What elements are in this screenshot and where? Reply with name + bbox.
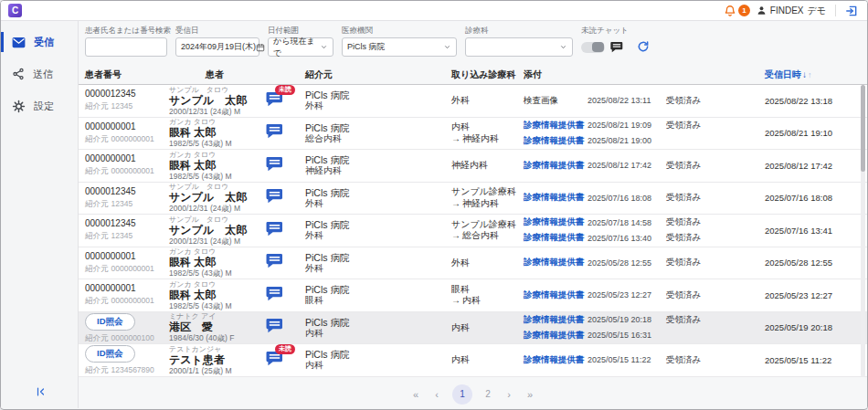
department-select[interactable] (465, 37, 573, 57)
import-department: サンプル診療科 (451, 186, 524, 198)
chat-button[interactable] (266, 188, 283, 204)
logout-button[interactable] (845, 5, 858, 17)
chat-button[interactable] (266, 156, 283, 172)
referrer-id: 12345 (111, 101, 133, 110)
page-number-2[interactable]: 2 (482, 389, 493, 399)
chat-button[interactable] (266, 318, 283, 333)
chat-icon (266, 123, 283, 139)
id-lookup-button[interactable]: ID照会 (85, 313, 135, 331)
header-attachment: 添付 (524, 68, 587, 81)
table-row[interactable]: 0000000001 紹介元0000000001 ガンカ タロウ 眼科 太郎 1… (79, 150, 867, 183)
header-received-datetime[interactable]: 受信日時 ↓↑ (765, 68, 867, 81)
table-scrollbar (861, 85, 865, 377)
chat-button[interactable] (266, 286, 283, 301)
patient-name: サンプル 太郎 (169, 94, 266, 107)
sidebar-collapse-button[interactable] (36, 386, 47, 397)
header-patient: 患者 (169, 68, 266, 81)
page-last-button[interactable]: » (524, 389, 535, 400)
chevron-down-icon (443, 43, 451, 51)
page-first-button[interactable]: « (410, 389, 421, 400)
attachment-link[interactable]: 診療情報提供書 (524, 330, 587, 342)
referrer-id: 0000000100 (111, 333, 154, 342)
sidebar-item-settings[interactable]: 設定 (1, 92, 78, 120)
chat-button[interactable]: 未読 (266, 351, 283, 366)
patient-kana: サンプル タロウ (169, 216, 266, 224)
sort-desc-icon: ↓ (802, 69, 807, 79)
attachments-cell: 診療情報提供書2025/05/19 20:18受領済み診療情報提供書2025/0… (524, 314, 765, 342)
table-row[interactable]: 0000000001 紹介元0000000001 ガンカ タロウ 眼科 太郎 1… (79, 118, 867, 151)
organization-select[interactable]: PiCls 病院 (342, 37, 457, 57)
chat-icon (266, 188, 283, 204)
notifications-button[interactable]: 1 (724, 5, 750, 17)
patient-kana: ミナトク アイ (169, 312, 266, 321)
page-prev-button[interactable]: ‹ (431, 389, 442, 400)
chat-button[interactable] (266, 253, 283, 268)
scrollbar-thumb[interactable] (861, 85, 865, 172)
attachment-time: 2025/05/15 16:31 (587, 331, 666, 340)
patient-kana: ガンカ タロウ (169, 247, 266, 256)
patient-name: 港区 愛 (169, 321, 266, 333)
attachment-link[interactable]: 診療情報提供書 (524, 120, 587, 131)
table-row[interactable]: ID照会 紹介元1234567890 テストカンジャ テスト患者 2000/1/… (79, 344, 867, 377)
referrer-label: 紹介元 (85, 296, 109, 305)
attachment-time: 2025/05/23 12:27 (587, 290, 666, 300)
attachment-link[interactable]: 診療情報提供書 (524, 354, 587, 366)
received-date-label: 受信日 (175, 26, 259, 35)
attachment-link[interactable]: 診療情報提供書 (524, 289, 587, 301)
attachment-link[interactable]: 診療情報提供書 (524, 257, 587, 268)
sidebar-item-receive[interactable]: 受信 (1, 28, 78, 56)
unread-chat-toggle[interactable] (581, 42, 605, 53)
user-menu[interactable]: FINDEX デモ (757, 5, 826, 17)
sidebar-item-send[interactable]: 送信 (1, 60, 78, 88)
from-hospital: PiCls 病院 (305, 89, 451, 100)
attachment-link[interactable]: 診療情報提供書 (524, 160, 587, 172)
table-row[interactable]: 0000012345 紹介元12345 サンプル タロウ サンプル 太郎 200… (79, 85, 867, 118)
header-patient-number: 患者番号 (85, 68, 169, 81)
referrer-id: 12345 (111, 199, 133, 208)
patient-number: 0000012345 (85, 186, 169, 196)
table-row[interactable]: 0000000001 紹介元0000000001 ガンカ タロウ 眼科 太郎 1… (79, 279, 867, 312)
import-department: 外科 (451, 95, 524, 107)
chat-icon (266, 286, 283, 301)
page-number-1[interactable]: 1 (452, 384, 472, 405)
attachments-cell: 診療情報提供書2025/07/16 18:08受領済み (524, 192, 765, 204)
date-picker[interactable]: 2024年09月19日(木) (175, 37, 259, 57)
chat-button[interactable]: 未読 (266, 91, 283, 107)
page-next-button[interactable]: › (503, 389, 514, 400)
attachment-link[interactable]: 診療情報提供書 (524, 314, 587, 326)
table-row[interactable]: 0000000001 紹介元0000000001 ガンカ タロウ 眼科 太郎 1… (79, 247, 867, 280)
arrow-right-icon: → (451, 230, 460, 240)
app-logo-letter: C (12, 5, 18, 16)
patient-name: 眼科 太郎 (169, 289, 266, 301)
from-hospital: PiCls 病院 (305, 122, 451, 133)
patient-kana: サンプル タロウ (169, 183, 266, 191)
receipt-status: 受領済み (666, 160, 765, 172)
attachment-link[interactable]: 診療情報提供書 (524, 216, 587, 228)
attachments-cell: 診療情報提供書2025/05/15 11:22受領済み (524, 354, 765, 366)
attachment-link[interactable]: 診療情報提供書 (524, 192, 587, 204)
table-row[interactable]: ID照会 紹介元0000000100 ミナトク アイ 港区 愛 1984/6/3… (79, 312, 867, 345)
attachment-time: 2025/05/15 11:22 (587, 355, 666, 364)
attachments-cell: 検査画像2025/08/22 13:11受領済み (524, 95, 765, 107)
table-row[interactable]: 0000012345 紹介元12345 サンプル タロウ サンプル 太郎 200… (79, 215, 867, 247)
chat-icon (266, 253, 283, 268)
chat-button[interactable] (266, 221, 283, 237)
referrer-label: 紹介元 (85, 134, 109, 143)
referrer-label: 紹介元 (85, 199, 109, 208)
import-department: 内科 (451, 354, 524, 366)
referrer-id: 0000000001 (111, 166, 154, 175)
search-input[interactable] (90, 41, 162, 53)
receipt-status: 受領済み (666, 216, 765, 228)
id-lookup-button[interactable]: ID照会 (85, 345, 135, 363)
date-range-select[interactable]: から現在まで (268, 37, 333, 57)
patient-number: 0000000001 (85, 153, 169, 163)
attachment-link[interactable]: 診療情報提供書 (524, 232, 587, 244)
refresh-button[interactable] (637, 40, 650, 53)
chat-button[interactable] (266, 123, 283, 139)
referrer-label: 紹介元 (85, 101, 109, 110)
bell-icon (724, 5, 736, 17)
attachment-link[interactable]: 診療情報提供書 (524, 135, 587, 147)
table-row[interactable]: 0000012345 紹介元12345 サンプル タロウ サンプル 太郎 200… (79, 183, 867, 216)
received-datetime: 2025/05/28 12:55 (765, 258, 867, 268)
main-content: 患者氏名または番号検索 受信日 2024年09月19日(木) 日付範囲 から現在… (79, 21, 867, 408)
